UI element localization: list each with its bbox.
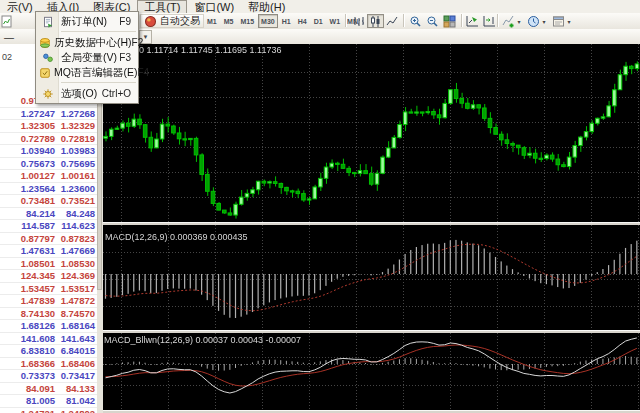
bid-value: 0.72789	[0, 133, 55, 144]
quote-row[interactable]: 1.039401.03983	[0, 145, 97, 158]
quote-row[interactable]: 84.09184.133	[0, 383, 97, 396]
bid-value: 1.00127	[0, 170, 55, 181]
toolbar-separator	[345, 14, 347, 27]
quote-row[interactable]: 1.272471.27268	[0, 108, 97, 121]
menu-item-new-order[interactable]: 新订单(N)F9	[36, 14, 138, 29]
tile-windows-button[interactable]	[441, 14, 458, 28]
ask-value: 1.24802	[55, 408, 96, 413]
quote-row[interactable]: 1.534571.53517	[0, 283, 97, 296]
new-order-icon	[42, 15, 55, 28]
chevron-down-icon: ▾	[565, 18, 573, 25]
quote-row[interactable]: 141.608141.643	[0, 333, 97, 346]
menu-item-shortcut: F9	[119, 16, 136, 27]
periods-clock-icon	[527, 15, 540, 28]
quote-row[interactable]: 1.476311.47669	[0, 245, 97, 258]
timeframe-m1[interactable]: M1	[204, 14, 220, 28]
quote-row[interactable]: 81.00581.042	[0, 395, 97, 408]
periods-clock-button[interactable]: ▾	[525, 14, 550, 28]
quote-row[interactable]: 1.683661.68406	[0, 358, 97, 371]
chart-shift-icon	[483, 15, 496, 28]
macd2-indicator-label: MACD_Bllwn(12,26,9) 0.00037 0.00043 -0.0…	[104, 335, 301, 345]
autotrading-button[interactable]: 自动交易	[140, 14, 204, 28]
menubar-item-6[interactable]: 帮助(H)	[241, 0, 292, 13]
ask-value: 1.47669	[55, 245, 96, 256]
timeframe-m15[interactable]: M15	[237, 14, 257, 28]
quote-row[interactable]: 1.323051.32329	[0, 120, 97, 133]
ask-value: 0.72819	[55, 133, 96, 144]
line-chart-button[interactable]	[384, 14, 401, 28]
menu-item-label: 新订单(N)	[58, 15, 119, 29]
bid-value: 124.345	[0, 270, 55, 281]
menu-item-options[interactable]: 选项(O)Ctrl+O	[36, 86, 138, 101]
candlestick-chart-button[interactable]	[367, 14, 384, 28]
chart-shift-button[interactable]	[481, 14, 498, 28]
bid-value: 0.75673	[0, 158, 55, 169]
quote-row[interactable]: 0.877970.87823	[0, 233, 97, 246]
candlestick-chart-icon	[369, 15, 382, 28]
quote-row[interactable]: 6.838106.84015	[0, 345, 97, 358]
menu-item-shortcut: F3	[119, 52, 136, 63]
zoom-group	[407, 14, 458, 28]
menu-item-history-center[interactable]: 历史数据中心(H)F2	[36, 35, 138, 50]
bid-value: 84.091	[0, 383, 55, 394]
ask-value: 8.74570	[55, 308, 96, 319]
toolbar-separator	[461, 14, 463, 27]
menu-item-mq-editor[interactable]: MQ语言编辑器(E)F4	[36, 65, 138, 80]
quote-row[interactable]: 124.345124.369	[0, 270, 97, 283]
toolbar-separator	[403, 14, 405, 27]
auto-scroll-button[interactable]	[464, 14, 481, 28]
bid-value: 0.73373	[0, 370, 55, 381]
zoom-out-button[interactable]	[424, 14, 441, 28]
menubar-item-5[interactable]: 窗口(W)	[187, 0, 241, 13]
quote-row[interactable]: 0.727890.72819	[0, 133, 97, 146]
bid-value: 0.87797	[0, 233, 55, 244]
ask-value: 114.623	[55, 220, 96, 231]
timeframe-m5[interactable]: M5	[221, 14, 237, 28]
zoom-out-icon	[426, 15, 439, 28]
indicator-dropdown-group: ▾▾▾	[500, 14, 575, 28]
bid-value: 1.47631	[0, 245, 55, 256]
templates-icon	[552, 15, 565, 28]
bar-chart-button[interactable]	[350, 14, 367, 28]
quote-row[interactable]: 8.741308.74570	[0, 308, 97, 321]
quote-row[interactable]: 1.478391.47872	[0, 295, 97, 308]
bid-value: 1.47839	[0, 295, 55, 306]
price-chart-canvas[interactable]	[103, 44, 640, 413]
menubar-item-1[interactable]: 示(V)	[0, 0, 40, 13]
quote-row[interactable]: 0.733730.73417	[0, 370, 97, 383]
quote-row[interactable]: 0.734810.73521	[0, 195, 97, 208]
quote-row[interactable]: 1.247211.24802	[0, 408, 97, 413]
menu-item-global-variables[interactable]: 全局变量(V)F3	[36, 50, 138, 65]
menu-item-label: 全局变量(V)	[58, 51, 119, 65]
menubar-item-4[interactable]: 工具(T)	[137, 0, 187, 14]
quote-row[interactable]: 1.001271.00161	[0, 170, 97, 183]
quote-row[interactable]: 1.681261.68164	[0, 320, 97, 333]
timeframe-w1[interactable]: W1	[327, 14, 344, 28]
horizontal-line-tool-icon[interactable]: —	[4, 32, 14, 43]
scrollbar-thumb[interactable]	[97, 100, 102, 290]
timeframe-d1[interactable]: D1	[311, 14, 326, 28]
menu-item-shortcut: Ctrl+O	[102, 88, 136, 99]
autotrading-icon	[144, 15, 157, 28]
zoom-in-icon	[409, 15, 422, 28]
macd-indicator-label: MACD(12,26,9) 0.000369 0.000435	[105, 232, 248, 242]
auto-scroll-icon	[466, 15, 479, 28]
indicators-add-button[interactable]: ▾	[500, 14, 525, 28]
tools-dropdown-menu: 新订单(N)F9历史数据中心(H)F2全局变量(V)F3MQ语言编辑器(E)F4…	[35, 11, 139, 104]
line-chart-icon	[386, 15, 399, 28]
zoom-in-button[interactable]	[407, 14, 424, 28]
quote-row[interactable]: 84.21484.248	[0, 208, 97, 221]
quote-row[interactable]: 1.235641.23600	[0, 183, 97, 196]
quote-row[interactable]: 1.085011.08530	[0, 258, 97, 271]
timeframe-h1[interactable]: H1	[279, 14, 294, 28]
timeframe-h4[interactable]: H4	[295, 14, 310, 28]
timeframe-m30[interactable]: M30	[258, 14, 278, 28]
ask-value: 124.369	[55, 270, 96, 281]
quote-row[interactable]: 114.587114.623	[0, 220, 97, 233]
templates-button[interactable]: ▾	[550, 14, 575, 28]
ask-value: 84.133	[55, 383, 96, 394]
menu-item-label: 选项(O)	[58, 87, 102, 101]
new-chart-icon-partial[interactable]	[1, 14, 12, 28]
quote-row[interactable]: 0.756730.75695	[0, 158, 97, 171]
ask-value: 0.75695	[55, 158, 96, 169]
